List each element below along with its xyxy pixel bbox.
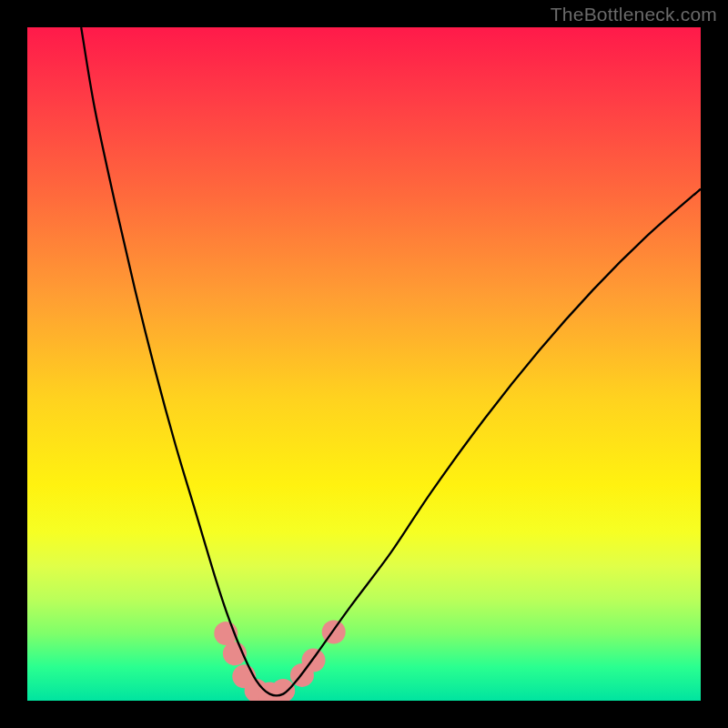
data-marker (271, 679, 295, 701)
watermark-text: TheBottleneck.com (551, 4, 717, 25)
chart-plot-area (27, 27, 701, 701)
chart-svg (27, 27, 701, 701)
bottleneck-curve (81, 27, 701, 695)
